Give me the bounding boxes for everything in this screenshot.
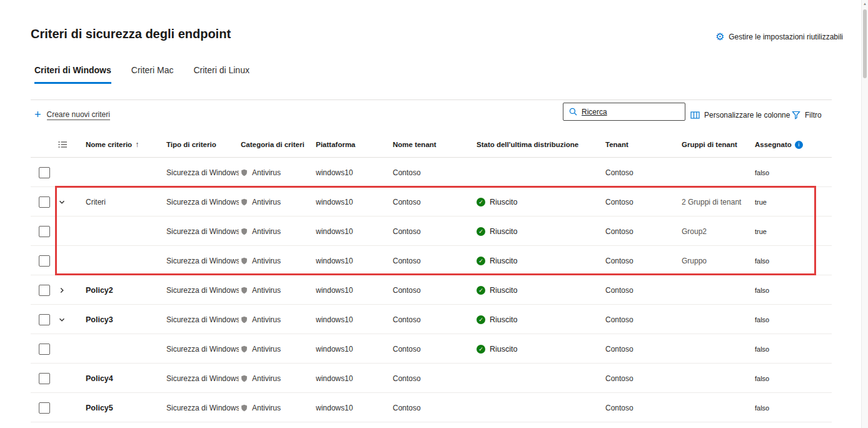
table-row[interactable]: Policy4 Sicurezza di Windows... Antiviru… [31, 364, 832, 393]
tenant-name-value: Contoso [393, 364, 473, 393]
row-expand-chevron-icon[interactable] [58, 287, 66, 294]
policy-name-link[interactable] [86, 246, 164, 275]
table-row[interactable]: Policy2 Sicurezza di Windows... Antiviru… [31, 275, 832, 305]
policy-category: Antivirus [241, 158, 313, 187]
create-new-policy-button[interactable]: + Creare nuovi criteri [34, 106, 110, 124]
shield-icon [241, 169, 248, 176]
row-checkbox[interactable] [39, 226, 50, 237]
platform-value: windows10 [316, 275, 388, 305]
row-chevron-cell [58, 246, 74, 275]
tenant-groups-value [682, 334, 752, 364]
table-row[interactable]: Sicurezza di Windows... Antivirus window… [31, 334, 832, 364]
column-header-platform[interactable]: Piattaforma [316, 131, 388, 158]
policy-type: Sicurezza di Windows... [166, 158, 239, 187]
column-header-status[interactable]: Stato dell'ultima distribuzione [477, 131, 600, 158]
table-row[interactable]: Sicurezza di Windows... Antivirus window… [31, 158, 832, 187]
manage-reusable-settings-button[interactable]: ⚙ Gestire le impostazioni riutilizzabili [715, 32, 843, 42]
platform-value: windows10 [316, 393, 388, 422]
category-label: Antivirus [252, 168, 281, 177]
column-header-tenant-name[interactable]: Nome tenant [393, 131, 473, 158]
tab-criteri-mac[interactable]: Criteri Mac [131, 65, 174, 84]
tab-criteri-di-windows[interactable]: Criteri di Windows [34, 65, 111, 84]
assigned-value: true [755, 187, 817, 217]
tenant-groups-value [682, 305, 752, 334]
category-label: Antivirus [252, 198, 281, 206]
row-chevron-cell [58, 334, 74, 364]
policy-name-link[interactable]: Policy2 [86, 275, 164, 305]
tab-criteri-di-linux[interactable]: Criteri di Linux [193, 65, 249, 84]
policy-category: Antivirus [241, 275, 313, 305]
row-expand-chevron-icon[interactable] [58, 198, 66, 206]
filter-button[interactable]: Filtro [792, 106, 822, 124]
platform-value: windows10 [316, 305, 388, 334]
row-checkbox[interactable] [39, 167, 50, 178]
table-row[interactable]: Sicurezza di Windows... Antivirus window… [31, 217, 832, 246]
table-row[interactable]: Criteri Sicurezza di Windows... Antiviru… [31, 187, 832, 217]
vertical-scrollbar[interactable]: ▲ [861, 0, 868, 428]
tenant-value: Contoso [605, 305, 678, 334]
tenant-value: Contoso [605, 246, 678, 275]
row-chevron-cell [58, 305, 74, 334]
tenant-value: Contoso [605, 275, 678, 305]
row-checkbox[interactable] [39, 344, 50, 355]
row-checkbox[interactable] [39, 285, 50, 296]
column-header-assigned[interactable]: Assegnato i [755, 131, 817, 158]
scrollbar-thumb[interactable] [863, 9, 867, 78]
deployment-status [477, 393, 600, 422]
policy-table: Nome criterio ↑ Tipo di criterio Categor… [31, 131, 832, 425]
filter-icon [792, 111, 800, 120]
status-label: Riuscito [490, 286, 517, 295]
scroll-up-icon[interactable]: ▲ [862, 2, 868, 6]
row-chevron-cell [58, 393, 74, 422]
column-header-type[interactable]: Tipo di criterio [166, 131, 239, 158]
policy-name-link[interactable]: Policy5 [86, 393, 164, 422]
row-checkbox[interactable] [39, 314, 50, 325]
policy-name-link[interactable] [86, 217, 164, 246]
deployment-status: ✓ Riuscito [477, 187, 600, 217]
policy-name-link[interactable] [86, 334, 164, 364]
row-checkbox[interactable] [39, 402, 50, 414]
columns-icon [690, 111, 700, 120]
column-header-tenant-groups[interactable]: Gruppi di tenant [682, 131, 752, 158]
assigned-value: falso [755, 393, 817, 422]
table-row[interactable]: Policy3 Sicurezza di Windows... Antiviru… [31, 305, 832, 334]
category-label: Antivirus [252, 227, 281, 236]
policy-name-link[interactable]: Policy3 [86, 305, 164, 334]
policy-name-link[interactable]: Policy4 [86, 364, 164, 393]
category-label: Antivirus [252, 345, 281, 354]
row-checkbox[interactable] [39, 373, 50, 384]
customize-columns-button[interactable]: Personalizzare le colonne [690, 106, 790, 124]
assigned-value: falso [755, 158, 817, 187]
shield-icon [241, 287, 248, 294]
gear-icon: ⚙ [715, 32, 724, 42]
policy-type: Sicurezza di Windows... [166, 275, 239, 305]
row-expand-chevron-icon[interactable] [58, 316, 66, 324]
policy-type: Sicurezza di Windows... [166, 334, 239, 364]
policy-name-link[interactable] [86, 158, 164, 187]
row-checkbox-cell [39, 158, 56, 187]
platform-value: windows10 [316, 217, 388, 246]
search-input[interactable] [582, 108, 679, 116]
column-header-tenant[interactable]: Tenant [605, 131, 678, 158]
table-row[interactable]: Sicurezza di Windows... Antivirus window… [31, 246, 832, 275]
policy-type: Sicurezza di Windows... [166, 246, 239, 275]
table-row[interactable]: Policy5 Sicurezza di Windows... Antiviru… [31, 393, 832, 422]
assigned-value: falso [755, 305, 817, 334]
deployment-status: ✓ Riuscito [477, 217, 600, 246]
row-checkbox[interactable] [39, 255, 50, 267]
tenant-value: Contoso [605, 334, 678, 364]
row-checkbox-cell [39, 217, 56, 246]
row-chevron-cell [58, 187, 74, 217]
list-view-icon[interactable] [58, 131, 74, 158]
page-title: Criteri di sicurezza degli endpoint [31, 27, 231, 41]
policy-name-link[interactable]: Criteri [86, 187, 164, 217]
shield-icon [241, 404, 248, 412]
shield-icon [241, 375, 248, 382]
policy-category: Antivirus [241, 305, 313, 334]
column-header-category[interactable]: Categoria di criteri [241, 131, 313, 158]
column-header-name[interactable]: Nome criterio ↑ [86, 131, 164, 158]
status-label: Riuscito [490, 227, 517, 236]
success-check-icon: ✓ [477, 227, 485, 236]
policy-category: Antivirus [241, 246, 313, 275]
row-checkbox[interactable] [39, 196, 50, 208]
